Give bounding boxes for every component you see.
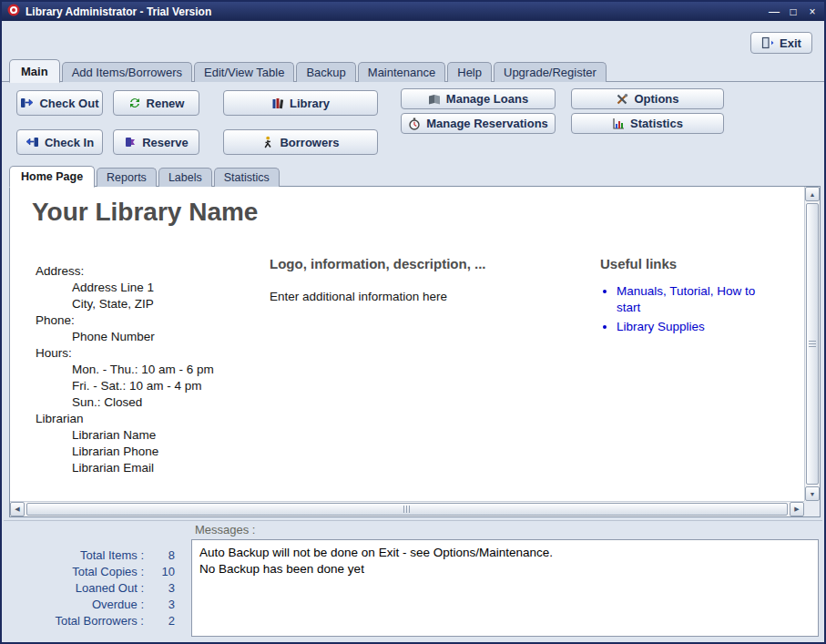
library-button[interactable]: Library (223, 90, 378, 116)
horizontal-scrollbar[interactable]: ◀ ▶ (10, 501, 804, 516)
link-manuals-tutorial[interactable]: Manuals, Tutorial, How to start (617, 284, 755, 314)
renew-icon (128, 97, 141, 109)
subtab-statistics[interactable]: Statistics (214, 168, 280, 187)
contact-info: Address: Address Line 1 City, State, ZIP… (36, 263, 214, 476)
scroll-up-button[interactable]: ▲ (805, 187, 820, 201)
options-tools-icon (616, 93, 628, 106)
minimize-button[interactable]: — (768, 5, 780, 19)
contact-line: City, State, ZIP (36, 296, 214, 312)
subtab-home-page[interactable]: Home Page (9, 166, 95, 188)
app-window: Library Administrator - Trial Version — … (0, 0, 826, 644)
contact-line: Librarian Email (36, 460, 214, 476)
tab-maintenance[interactable]: Maintenance (358, 62, 445, 82)
stat-value: 8 (144, 547, 175, 564)
useful-links-heading: Useful links (600, 256, 764, 271)
list-item: Manuals, Tutorial, How to start (617, 283, 764, 316)
vertical-scrollbar[interactable]: ▲ ▼ (804, 187, 820, 501)
contact-line: Address Line 1 (36, 280, 214, 296)
tab-add-items-borrowers[interactable]: Add Items/Borrowers (62, 62, 192, 82)
main-tab-bar: Main Add Items/Borrowers Edit/View Table… (9, 58, 607, 82)
contact-line: Phone Number (36, 329, 214, 345)
vertical-scroll-track[interactable] (805, 201, 820, 486)
subtab-reports[interactable]: Reports (97, 168, 157, 187)
contact-line: Fri. - Sat.: 10 am - 4 pm (36, 378, 214, 394)
options-button[interactable]: Options (571, 88, 724, 109)
messages-box[interactable]: Auto Backup will not be done on Exit - s… (191, 539, 819, 637)
scroll-right-button[interactable]: ▶ (790, 502, 804, 516)
manage-reservations-clock-icon (408, 118, 421, 130)
window-controls: — □ × (768, 5, 819, 19)
link-library-supplies[interactable]: Library Supplies (617, 320, 705, 333)
info-section: Logo, information, description, ... Ente… (270, 256, 570, 303)
window-title: Library Administrator - Trial Version (25, 5, 762, 18)
stat-value: 3 (144, 580, 175, 597)
library-name-heading: Your Library Name (32, 198, 258, 227)
tab-upgrade-register[interactable]: Upgrade/Register (494, 62, 607, 82)
app-logo-icon (7, 4, 20, 20)
contact-line: Librarian Name (36, 427, 214, 444)
borrowers-button[interactable]: Borrowers (223, 129, 378, 155)
library-label: Library (290, 97, 330, 110)
contact-line: Sun.: Closed (36, 394, 214, 411)
check-in-label: Check In (45, 136, 94, 149)
horizontal-scroll-track[interactable] (25, 502, 790, 516)
stat-value: 10 (144, 564, 175, 580)
statistics-button[interactable]: Statistics (571, 113, 724, 134)
check-in-button[interactable]: Check In (16, 129, 103, 155)
status-separator (4, 520, 822, 521)
contact-line: Address: (36, 263, 214, 280)
manage-reservations-button[interactable]: Manage Reservations (401, 113, 556, 134)
exit-label: Exit (780, 36, 801, 50)
message-line: No Backup has been done yet (199, 561, 811, 578)
info-heading: Logo, information, description, ... (270, 256, 570, 271)
check-out-label: Check Out (39, 97, 98, 110)
exit-button[interactable]: Exit (750, 32, 812, 54)
statistics-chart-icon (612, 118, 625, 130)
subtab-labels[interactable]: Labels (158, 168, 212, 187)
stat-label: Total Copies : (5, 564, 144, 580)
manage-loans-icon (428, 93, 441, 106)
tab-edit-view-table[interactable]: Edit/View Table (194, 62, 294, 82)
info-body: Enter additional information here (270, 290, 570, 303)
renew-button[interactable]: Renew (113, 90, 199, 116)
manage-loans-button[interactable]: Manage Loans (401, 88, 556, 109)
stat-row: Total Copies : 10 (5, 564, 186, 580)
home-page-panel: Your Library Name Address: Address Line … (9, 186, 821, 517)
scrollbar-corner (804, 501, 820, 516)
stat-label: Total Items : (5, 547, 144, 564)
options-label: Options (634, 92, 678, 106)
check-out-icon (20, 97, 34, 109)
reserve-button[interactable]: Reserve (113, 129, 199, 155)
scroll-down-button[interactable]: ▼ (805, 486, 820, 501)
list-item: Library Supplies (617, 319, 764, 335)
tab-main[interactable]: Main (9, 59, 60, 83)
library-books-icon (271, 97, 284, 109)
stat-row: Total Items : 8 (5, 547, 186, 564)
scroll-left-button[interactable]: ◀ (10, 502, 25, 516)
summary-stats: Total Items : 8 Total Copies : 10 Loaned… (5, 547, 186, 629)
reserve-label: Reserve (142, 136, 189, 149)
check-out-button[interactable]: Check Out (16, 90, 103, 116)
tab-help[interactable]: Help (447, 62, 492, 82)
messages-label: Messages : (195, 523, 255, 537)
statistics-label: Statistics (630, 117, 683, 130)
stat-row: Overdue : 3 (5, 597, 186, 613)
home-page-content: Your Library Name Address: Address Line … (10, 187, 804, 501)
manage-reservations-label: Manage Reservations (426, 117, 548, 130)
borrowers-person-icon (261, 136, 274, 148)
stat-row: Total Borrowers : 2 (5, 613, 186, 629)
tab-backup[interactable]: Backup (296, 62, 355, 82)
useful-links-section: Useful links Manuals, Tutorial, How to s… (600, 256, 764, 338)
close-button[interactable]: × (806, 5, 819, 19)
maximize-button[interactable]: □ (787, 5, 800, 19)
stat-value: 2 (144, 613, 175, 629)
action-toolbar: Check Out Renew Library Check In Reserve (2, 81, 824, 166)
contact-line: Librarian (36, 411, 214, 427)
stat-row: Loaned Out : 3 (5, 580, 186, 597)
check-in-icon (25, 136, 39, 148)
borrowers-label: Borrowers (280, 136, 339, 149)
horizontal-scroll-thumb[interactable] (26, 503, 788, 516)
vertical-scroll-thumb[interactable] (806, 203, 819, 485)
stat-value: 3 (144, 597, 175, 613)
contact-line: Librarian Phone (36, 444, 214, 460)
